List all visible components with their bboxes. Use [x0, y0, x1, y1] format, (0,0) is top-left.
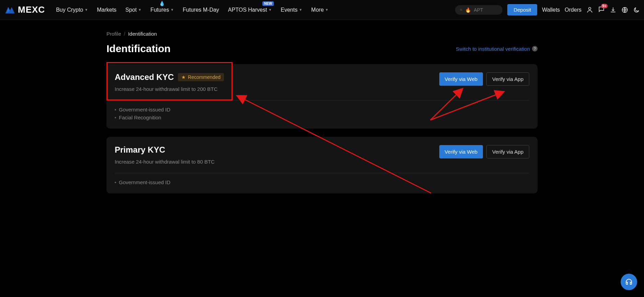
primary-requirements: Government-issued ID [115, 179, 529, 185]
fire-icon: 🔥 [465, 7, 471, 13]
search-icon [460, 7, 462, 13]
advanced-kyc-subtitle: Increase 24-hour withdrawal limit to 200… [115, 86, 224, 92]
nav-markets[interactable]: Markets [93, 4, 121, 16]
chevron-down-icon: ▼ [84, 8, 88, 12]
breadcrumb-current: Identification [128, 31, 157, 37]
search-input[interactable] [474, 7, 498, 13]
nav-spot[interactable]: Spot▼ [121, 4, 146, 16]
header-right: 🔥 Deposit Wallets Orders 9+ [455, 4, 640, 15]
chevron-down-icon: ▼ [299, 8, 302, 12]
header-bar: MEXC Buy Crypto▼ Markets Spot▼ 💧 Futures… [0, 0, 644, 20]
search-box[interactable]: 🔥 [455, 5, 502, 15]
advanced-verify-app-button[interactable]: Verify via App [486, 72, 529, 86]
primary-kyc-card: Primary KYC Increase 24-hour withdrawal … [106, 137, 538, 193]
primary-kyc-title: Primary KYC [115, 145, 165, 155]
advanced-verify-web-button[interactable]: Verify via Web [439, 72, 483, 86]
advanced-kyc-title: Advanced KYC [115, 72, 174, 82]
svg-point-0 [460, 9, 462, 10]
logo[interactable]: MEXC [4, 4, 45, 15]
recommended-badge: ★ Recommended [178, 73, 224, 81]
svg-line-1 [462, 10, 462, 11]
orders-link[interactable]: Orders [565, 7, 581, 13]
main-nav: Buy Crypto▼ Markets Spot▼ 💧 Futures▼ Fut… [52, 4, 332, 16]
primary-verify-app-button[interactable]: Verify via App [486, 145, 529, 158]
logo-icon [4, 5, 16, 15]
wallets-link[interactable]: Wallets [542, 7, 560, 13]
title-row: Identification Switch to institutional v… [106, 43, 538, 55]
chevron-down-icon: ▼ [268, 8, 272, 12]
nav-futures[interactable]: 💧 Futures▼ [146, 4, 178, 16]
svg-point-2 [589, 7, 591, 10]
notification-badge: 9+ [601, 4, 608, 8]
nav-events[interactable]: Events▼ [276, 4, 306, 16]
primary-verify-web-button[interactable]: Verify via Web [439, 145, 483, 158]
requirement-item: Facial Recognition [115, 115, 529, 120]
download-icon[interactable] [610, 7, 617, 13]
requirement-item: Government-issued ID [115, 107, 529, 112]
divider [115, 100, 529, 100]
nav-futures-mday[interactable]: Futures M-Day [179, 4, 223, 16]
breadcrumb-separator: / [124, 31, 125, 37]
headset-icon [625, 278, 633, 286]
fire-icon: 💧 [159, 1, 165, 6]
advanced-requirements: Government-issued ID Facial Recognition [115, 107, 529, 120]
main-container: Profile / Identification Identification … [106, 20, 538, 193]
help-icon: ? [532, 46, 538, 51]
breadcrumb: Profile / Identification [106, 31, 538, 37]
chevron-down-icon: ▼ [170, 8, 174, 12]
switch-institutional-link[interactable]: Switch to institutional verification ? [456, 46, 538, 52]
deposit-button[interactable]: Deposit [507, 4, 537, 15]
chevron-down-icon: ▼ [325, 8, 329, 12]
advanced-kyc-card: Advanced KYC ★ Recommended Increase 24-h… [106, 64, 538, 129]
divider [115, 173, 529, 173]
new-badge: NEW [262, 1, 274, 6]
logo-text: MEXC [18, 4, 45, 15]
nav-buy-crypto[interactable]: Buy Crypto▼ [52, 4, 92, 16]
breadcrumb-parent[interactable]: Profile [106, 31, 121, 37]
user-icon[interactable] [586, 7, 593, 13]
globe-icon[interactable] [621, 7, 628, 13]
support-chat-button[interactable] [621, 274, 637, 290]
chevron-down-icon: ▼ [138, 8, 142, 12]
notifications[interactable]: 9+ [598, 6, 605, 14]
page-title: Identification [106, 43, 171, 55]
nav-more[interactable]: More▼ [307, 4, 332, 16]
nav-aptos-harvest[interactable]: NEW APTOS Harvest▼ [224, 4, 276, 16]
moon-icon[interactable] [633, 7, 640, 13]
requirement-item: Government-issued ID [115, 179, 529, 185]
star-icon: ★ [181, 74, 186, 80]
primary-kyc-subtitle: Increase 24-hour withdrawal limit to 80 … [115, 159, 215, 165]
